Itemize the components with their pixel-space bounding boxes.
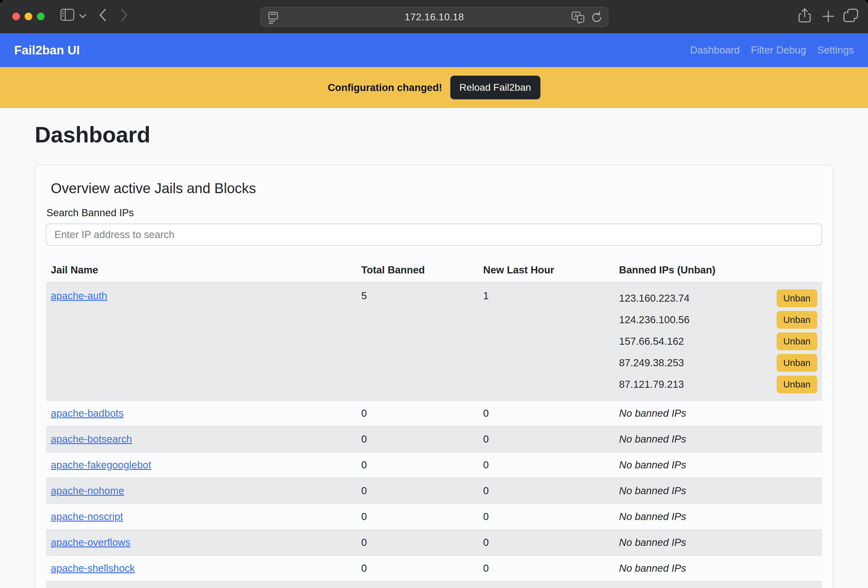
new-last-hour-cell: 0 xyxy=(478,478,614,504)
nav-links: Dashboard Filter Debug Settings xyxy=(690,44,854,56)
total-banned-cell: 0 xyxy=(356,452,478,478)
total-banned-cell: 0 xyxy=(356,478,478,504)
search-input[interactable] xyxy=(46,224,822,246)
new-last-hour-cell: 0 xyxy=(478,426,614,452)
main-content: Dashboard Overview active Jails and Bloc… xyxy=(0,108,868,588)
unban-button[interactable]: Unban xyxy=(776,311,817,329)
jail-link[interactable]: apache-shellshock xyxy=(51,563,135,574)
jail-name-cell: apache-botsearch xyxy=(46,426,356,452)
search-label: Search Banned IPs xyxy=(46,207,822,219)
new-last-hour-cell: 0 xyxy=(478,556,614,581)
jail-name-cell: apache-overflows xyxy=(46,529,356,556)
new-last-hour-cell: 0 xyxy=(478,529,614,556)
jail-link[interactable]: apache-overflows xyxy=(51,536,130,548)
unban-button[interactable]: Unban xyxy=(776,354,817,372)
header-banned-ips: Banned IPs (Unban) xyxy=(614,258,822,282)
unban-button[interactable]: Unban xyxy=(776,289,817,307)
zoom-window-button[interactable] xyxy=(37,13,44,20)
config-changed-banner: Configuration changed! Reload Fail2ban xyxy=(0,67,868,108)
jail-link[interactable]: apache-noscript xyxy=(51,511,123,522)
banned-ips-cell: No banned IPs xyxy=(614,401,822,426)
table-row: php-url-fopen00No banned IPs xyxy=(46,581,822,588)
app-brand[interactable]: Fail2ban UI xyxy=(14,43,80,57)
header-new-last-hour: New Last Hour xyxy=(478,258,614,282)
share-icon[interactable] xyxy=(799,8,811,23)
back-icon[interactable] xyxy=(99,9,106,22)
jail-name-cell: apache-nohome xyxy=(46,478,356,504)
nav-link-settings[interactable]: Settings xyxy=(817,44,854,56)
total-banned-cell: 0 xyxy=(356,529,478,556)
card-title: Overview active Jails and Blocks xyxy=(51,180,822,196)
jails-table: Jail Name Total Banned New Last Hour Ban… xyxy=(46,258,822,588)
banned-ip-address: 123.160.223.74 xyxy=(619,292,689,304)
jail-link[interactable]: apache-nohome xyxy=(51,485,124,497)
banned-ip-line: 123.160.223.74Unban xyxy=(619,287,817,309)
browser-toolbar: 172.16.10.18 A ✕ xyxy=(0,0,868,33)
no-banned-ips-text: No banned IPs xyxy=(619,433,686,445)
minimize-window-button[interactable] xyxy=(25,13,32,20)
new-last-hour-cell: 0 xyxy=(478,452,614,478)
window-controls xyxy=(12,13,44,20)
jail-link[interactable]: apache-auth xyxy=(51,290,107,301)
banned-ips-cell: No banned IPs xyxy=(614,478,822,504)
page-settings-icon[interactable] xyxy=(267,12,279,24)
jail-link[interactable]: apache-fakegooglebot xyxy=(51,459,151,470)
table-row: apache-noscript00No banned IPs xyxy=(46,504,822,529)
overview-card: Overview active Jails and Blocks Search … xyxy=(35,165,833,588)
total-banned-cell: 0 xyxy=(356,581,478,588)
banned-ip-address: 87.249.38.253 xyxy=(619,357,684,369)
banned-ip-address: 157.66.54.162 xyxy=(619,336,684,347)
unban-button[interactable]: Unban xyxy=(776,332,817,350)
new-last-hour-cell: 1 xyxy=(478,282,614,401)
translate-icon[interactable]: A ✕ xyxy=(571,11,585,24)
total-banned-cell: 0 xyxy=(356,556,478,581)
jail-name-cell: apache-shellshock xyxy=(46,556,356,581)
jail-name-cell: apache-noscript xyxy=(46,504,356,529)
close-window-button[interactable] xyxy=(12,13,20,20)
header-total-banned: Total Banned xyxy=(356,258,478,282)
jail-name-cell: apache-auth xyxy=(46,282,356,401)
new-last-hour-cell: 0 xyxy=(478,401,614,426)
jail-name-cell: php-url-fopen xyxy=(46,581,356,588)
banned-ip-line: 157.66.54.162Unban xyxy=(619,331,817,352)
table-row: apache-fakegooglebot00No banned IPs xyxy=(46,452,822,478)
jails-table-body: apache-auth51123.160.223.74Unban124.236.… xyxy=(46,282,822,588)
nav-link-dashboard[interactable]: Dashboard xyxy=(690,44,740,56)
banned-ips-cell: No banned IPs xyxy=(614,556,822,581)
banned-ip-line: 87.121.79.213Unban xyxy=(619,374,817,395)
banned-ips-cell: No banned IPs xyxy=(614,426,822,452)
banned-ips-cell: 123.160.223.74Unban124.236.100.56Unban15… xyxy=(614,282,822,401)
unban-button[interactable]: Unban xyxy=(776,376,817,393)
banned-ips-cell: No banned IPs xyxy=(614,581,822,588)
banned-ip-line: 124.236.100.56Unban xyxy=(619,309,817,331)
table-row: apache-badbots00No banned IPs xyxy=(46,401,822,426)
new-tab-icon[interactable] xyxy=(822,10,835,23)
banned-ips-cell: No banned IPs xyxy=(614,529,822,556)
no-banned-ips-text: No banned IPs xyxy=(619,511,686,522)
jail-link[interactable]: apache-badbots xyxy=(51,407,124,419)
svg-text:✕: ✕ xyxy=(580,16,583,22)
banned-ip-line: 87.249.38.253Unban xyxy=(619,352,817,374)
tab-overview-icon[interactable] xyxy=(843,9,858,22)
table-row: apache-overflows00No banned IPs xyxy=(46,529,822,556)
new-last-hour-cell: 0 xyxy=(478,581,614,588)
total-banned-cell: 0 xyxy=(356,401,478,426)
header-jail-name: Jail Name xyxy=(46,258,356,282)
page-title: Dashboard xyxy=(35,122,833,147)
table-row: apache-auth51123.160.223.74Unban124.236.… xyxy=(46,282,822,401)
banned-ip-address: 124.236.100.56 xyxy=(619,314,689,326)
no-banned-ips-text: No banned IPs xyxy=(619,563,686,574)
app-navbar: Fail2ban UI Dashboard Filter Debug Setti… xyxy=(0,33,868,67)
forward-icon[interactable] xyxy=(121,9,128,22)
chevron-down-icon[interactable] xyxy=(79,14,86,18)
sidebar-icon[interactable] xyxy=(60,9,74,21)
nav-link-filter-debug[interactable]: Filter Debug xyxy=(751,44,806,56)
reload-fail2ban-button[interactable]: Reload Fail2ban xyxy=(450,76,540,99)
reload-icon[interactable] xyxy=(590,11,603,24)
banned-ips-cell: No banned IPs xyxy=(614,452,822,478)
no-banned-ips-text: No banned IPs xyxy=(619,536,686,548)
total-banned-cell: 5 xyxy=(356,282,478,401)
jail-link[interactable]: apache-botsearch xyxy=(51,433,132,445)
address-bar[interactable]: 172.16.10.18 A ✕ xyxy=(260,7,608,27)
no-banned-ips-text: No banned IPs xyxy=(619,485,686,497)
